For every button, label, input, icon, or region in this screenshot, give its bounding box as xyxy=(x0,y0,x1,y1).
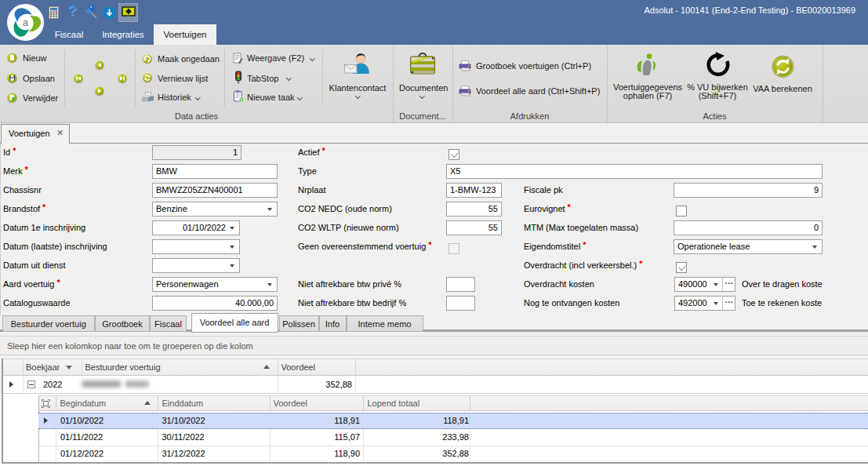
svg-text:a: a xyxy=(23,17,28,28)
